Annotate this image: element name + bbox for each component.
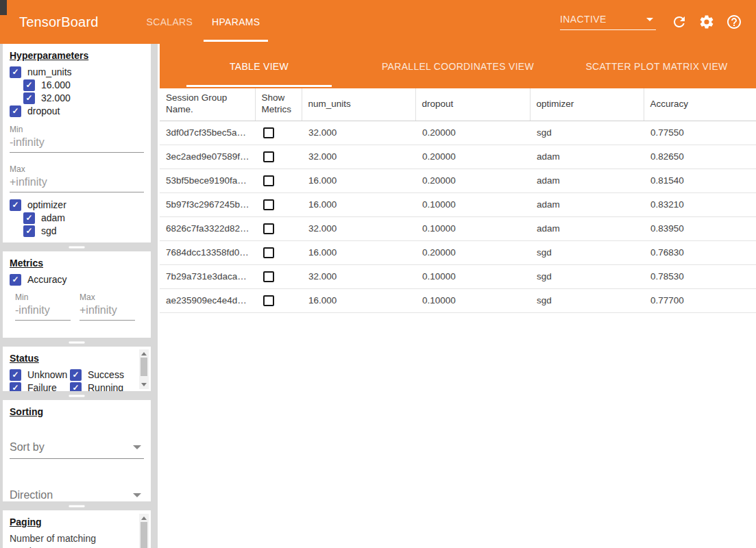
accuracy-max-input[interactable]: +infinity [80, 304, 135, 321]
show-metrics-checkbox[interactable] [263, 199, 274, 210]
checkbox-row-sgd: sgd [23, 225, 144, 237]
running-checkbox[interactable] [70, 382, 82, 392]
show-metrics-cell [255, 288, 302, 312]
tab-parallel-coordinates-view[interactable]: PARALLEL COORDINATES VIEW [358, 44, 557, 88]
tab-table-view[interactable]: TABLE VIEW [160, 44, 358, 88]
optimizer-value: sgd [530, 288, 644, 312]
num-units-32-label: 32.000 [41, 92, 71, 103]
sort-by-dropdown[interactable]: Sort by [10, 438, 144, 459]
help-icon[interactable] [726, 14, 742, 30]
dropout-checkbox[interactable] [10, 105, 21, 117]
chevron-down-icon [133, 445, 141, 449]
optimizer-label: optimizer [27, 199, 66, 210]
num-units-value: 32.000 [302, 216, 415, 240]
checkbox-row-optimizer: optimizer [10, 199, 144, 211]
num-units-value: 32.000 [302, 121, 415, 145]
success-checkbox[interactable] [70, 369, 82, 381]
optimizer-value: sgd [530, 121, 644, 145]
content-area: Hyperparameters num_units 16.000 32.000 … [0, 44, 756, 548]
column-header-num-units: num_units [302, 88, 415, 121]
show-metrics-cell [255, 264, 302, 288]
show-metrics-checkbox[interactable] [263, 151, 274, 162]
table-row: 53bf5bece9190fa… 16.000 0.20000 adam 0.8… [160, 169, 756, 192]
scroll-up-icon[interactable] [141, 352, 147, 356]
show-metrics-cell [255, 169, 302, 192]
sgd-checkbox[interactable] [23, 225, 35, 237]
panel-divider [3, 338, 151, 347]
status-heading: Status [10, 353, 144, 364]
failure-checkbox[interactable] [10, 382, 21, 392]
run-status-dropdown[interactable]: INACTIVE [560, 14, 656, 30]
checkbox-row-num-units-32: 32.000 [23, 92, 144, 104]
resize-handle[interactable] [69, 246, 85, 248]
scrollbar-thumb[interactable] [141, 358, 147, 376]
unknown-checkbox[interactable] [10, 369, 21, 381]
sgd-label: sgd [41, 225, 57, 236]
accuracy-min-input[interactable]: -infinity [15, 304, 71, 321]
tab-table-view-label: TABLE VIEW [230, 61, 289, 72]
corner-artifact [0, 0, 7, 15]
session-group-name: 3df0d7cf35bec5a… [160, 121, 255, 145]
paging-scrollbar[interactable] [139, 514, 149, 548]
dropout-max-input[interactable]: +infinity [10, 176, 144, 192]
top-toolbar: TensorBoard SCALARS HPARAMS INACTIVE [0, 0, 756, 44]
dropout-value: 0.10000 [415, 264, 530, 288]
num-units-16-checkbox[interactable] [23, 79, 35, 91]
adam-label: adam [41, 212, 65, 223]
tab-hparams[interactable]: HPARAMS [202, 0, 269, 44]
dropout-value: 0.20000 [415, 169, 530, 192]
optimizer-value: adam [530, 169, 644, 192]
show-metrics-checkbox[interactable] [263, 127, 274, 138]
dropout-value: 0.20000 [415, 121, 530, 145]
session-group-name: 3ec2aed9e07589f… [160, 145, 255, 169]
optimizer-value: adam [530, 216, 644, 240]
gear-icon[interactable] [698, 14, 715, 30]
scroll-up-icon[interactable] [141, 516, 147, 520]
session-group-name: 53bf5bece9190fa… [160, 169, 255, 192]
optimizer-checkbox[interactable] [10, 199, 21, 211]
scrollbar-thumb[interactable] [141, 522, 147, 548]
tab-scalars[interactable]: SCALARS [137, 0, 202, 44]
adam-checkbox[interactable] [23, 212, 35, 224]
accuracy-min-field: Min -infinity [15, 292, 71, 321]
show-metrics-checkbox[interactable] [263, 247, 274, 258]
session-group-name: ae235909ec4e4d… [160, 288, 255, 312]
checkbox-row-dropout: dropout [10, 105, 144, 117]
show-metrics-checkbox[interactable] [263, 295, 274, 306]
column-header-dropout: dropout [415, 88, 530, 121]
accuracy-value: 0.83950 [644, 216, 756, 240]
panel-divider [3, 391, 151, 400]
direction-dropdown[interactable]: Direction [10, 486, 144, 501]
optimizer-value: adam [530, 145, 644, 169]
hparams-main: TABLE VIEW PARALLEL COORDINATES VIEW SCA… [158, 44, 756, 548]
resize-handle[interactable] [69, 341, 85, 343]
show-metrics-checkbox[interactable] [263, 175, 274, 186]
tab-scatter-plot-matrix-view[interactable]: SCATTER PLOT MATRIX VIEW [557, 44, 756, 88]
dropout-value: 0.20000 [415, 145, 530, 169]
status-options: Unknown Success Failure Running [10, 369, 133, 391]
dropout-min-field: Min -infinity [10, 125, 144, 153]
session-group-name: 5b97f3c2967245b… [160, 192, 255, 216]
resize-handle[interactable] [69, 505, 85, 507]
num-units-value: 16.000 [302, 240, 415, 264]
chevron-down-icon [133, 493, 141, 497]
accuracy-value: 0.77550 [644, 121, 756, 145]
refresh-icon[interactable] [671, 14, 687, 30]
session-groups-table: Session Group Name. Show Metrics num_uni… [160, 88, 756, 313]
sorting-panel: Sorting Sort by Direction [3, 400, 151, 501]
show-metrics-checkbox[interactable] [263, 271, 274, 282]
accuracy-checkbox[interactable] [10, 274, 21, 286]
num-units-checkbox[interactable] [10, 66, 21, 78]
paging-summary: Number of matching session groups: 8 [10, 532, 127, 548]
tab-parallel-coordinates-view-label: PARALLEL COORDINATES VIEW [382, 61, 534, 72]
status-scrollbar[interactable] [139, 349, 149, 389]
show-metrics-checkbox[interactable] [263, 223, 274, 234]
scroll-down-icon[interactable] [141, 383, 147, 386]
session-group-name: 6826c7fa3322d82… [160, 216, 255, 240]
dropout-min-input[interactable]: -infinity [10, 136, 144, 153]
resize-handle[interactable] [69, 395, 85, 397]
column-header-session-group-name: Session Group Name. [160, 88, 255, 121]
app-title: TensorBoard [19, 14, 99, 30]
session-group-name: 7684dcc13358fd0… [160, 240, 255, 264]
num-units-32-checkbox[interactable] [23, 92, 35, 104]
